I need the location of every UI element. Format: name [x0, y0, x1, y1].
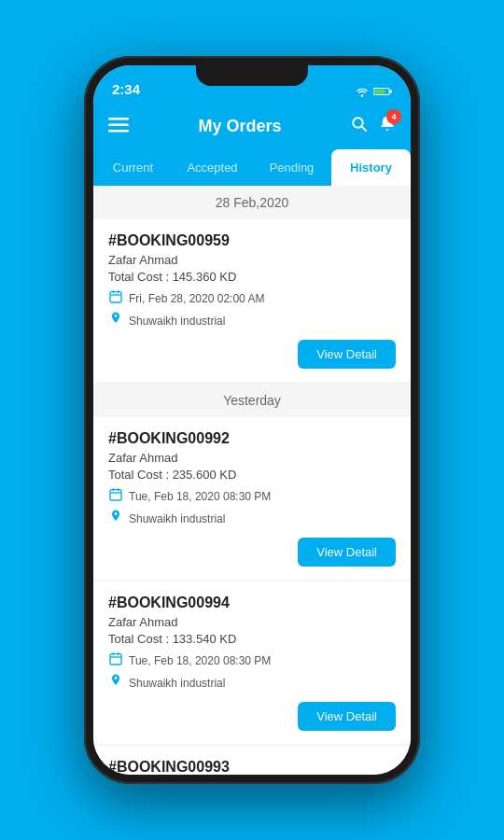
svg-rect-8: [110, 292, 121, 302]
booking-id-partial: #BOOKING00993: [108, 759, 396, 775]
booking-location-row: Shuwaikh industrial: [108, 311, 396, 330]
location-icon: [108, 311, 123, 330]
orders-content: 28 Feb,2020 #BOOKING00959 Zafar Ahmad To…: [93, 186, 411, 775]
svg-rect-16: [110, 654, 121, 665]
calendar-icon: [108, 487, 123, 505]
view-detail-row: View Detail: [108, 538, 396, 567]
svg-rect-4: [108, 123, 129, 126]
tab-history[interactable]: History: [331, 149, 411, 186]
svg-rect-5: [108, 130, 129, 133]
booking-name: Zafar Ahmad: [108, 451, 396, 465]
calendar-icon: [108, 289, 123, 307]
date-separator-1: 28 Feb,2020: [93, 186, 411, 219]
page-title: My Orders: [198, 117, 281, 136]
booking-id: #BOOKING00959: [108, 232, 396, 249]
booking-datetime: Tue, Feb 18, 2020 08:30 PM: [129, 490, 271, 503]
tabs-bar: Current Accepted Pending History: [93, 149, 411, 186]
booking-card-994: #BOOKING00994 Zafar Ahmad Total Cost : 1…: [93, 581, 411, 744]
booking-datetime: Tue, Feb 18, 2020 08:30 PM: [129, 654, 271, 667]
booking-datetime-row: Tue, Feb 18, 2020 08:30 PM: [108, 487, 396, 505]
phone-notch: [196, 65, 308, 86]
view-detail-row: View Detail: [108, 340, 396, 369]
booking-cost: Total Cost : 133.540 KD: [108, 632, 396, 646]
menu-icon[interactable]: [108, 116, 129, 137]
booking-cost: Total Cost : 235.600 KD: [108, 468, 396, 482]
search-icon[interactable]: [351, 116, 368, 137]
bell-badge: 4: [386, 109, 401, 124]
booking-location: Shuwaikh industrial: [129, 315, 225, 328]
booking-datetime-row: Tue, Feb 18, 2020 08:30 PM: [108, 651, 396, 669]
tab-pending[interactable]: Pending: [252, 149, 331, 186]
booking-card-993-partial: #BOOKING00993: [93, 746, 411, 775]
booking-id: #BOOKING00992: [108, 430, 396, 447]
svg-rect-12: [110, 490, 121, 500]
phone-screen: 2:34: [93, 65, 411, 775]
tab-current[interactable]: Current: [93, 149, 173, 186]
notifications-bell[interactable]: 4: [379, 115, 396, 137]
booking-location-row: Shuwaikh industrial: [108, 673, 396, 693]
booking-card-959: #BOOKING00959 Zafar Ahmad Total Cost : 1…: [93, 219, 411, 382]
battery-icon: [373, 86, 392, 97]
booking-cost: Total Cost : 145.360 KD: [108, 270, 396, 284]
svg-line-7: [362, 126, 367, 131]
status-time: 2:34: [112, 81, 140, 97]
svg-rect-2: [390, 91, 392, 93]
view-detail-button-994[interactable]: View Detail: [298, 702, 396, 731]
location-icon: [108, 673, 123, 693]
location-icon: [108, 509, 123, 528]
booking-card-992: #BOOKING00992 Zafar Ahmad Total Cost : 2…: [93, 417, 411, 580]
nav-right-icons: 4: [351, 115, 396, 137]
booking-datetime: Fri, Feb 28, 2020 02:00 AM: [129, 292, 264, 305]
booking-location: Shuwaikh industrial: [129, 677, 225, 690]
booking-id: #BOOKING00994: [108, 595, 396, 611]
booking-location: Shuwaikh industrial: [129, 512, 225, 525]
view-detail-button-992[interactable]: View Detail: [298, 538, 396, 567]
booking-name: Zafar Ahmad: [108, 253, 396, 267]
tab-accepted[interactable]: Accepted: [173, 149, 252, 186]
view-detail-button-959[interactable]: View Detail: [298, 340, 396, 369]
booking-name: Zafar Ahmad: [108, 615, 396, 629]
status-icons: [355, 86, 392, 97]
phone-frame: 2:34: [84, 56, 420, 784]
wifi-icon: [355, 86, 370, 97]
calendar-icon: [108, 651, 123, 669]
view-detail-row: View Detail: [108, 702, 396, 731]
svg-rect-3: [108, 118, 129, 120]
booking-datetime-row: Fri, Feb 28, 2020 02:00 AM: [108, 289, 396, 307]
booking-location-row: Shuwaikh industrial: [108, 509, 396, 528]
top-nav: My Orders 4: [93, 103, 411, 149]
svg-rect-1: [374, 90, 385, 94]
date-separator-2: Yesterday: [93, 384, 411, 417]
svg-point-6: [353, 118, 363, 128]
